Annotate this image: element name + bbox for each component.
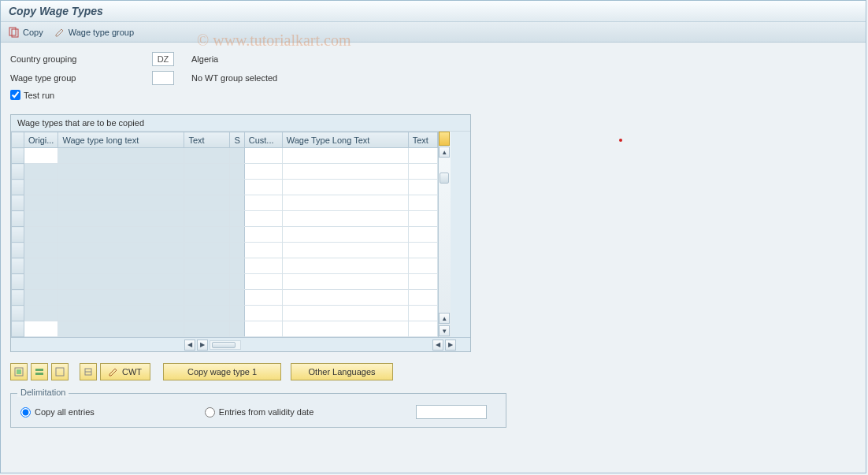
svg-rect-5 xyxy=(35,373,43,375)
col-wt-long-text-r[interactable]: Wage Type Long Text xyxy=(282,132,408,148)
hscroll-right-prev-icon[interactable]: ◀ xyxy=(432,340,443,351)
copy-all-entries-radio[interactable] xyxy=(20,407,31,417)
col-origi[interactable]: Origi... xyxy=(24,132,58,148)
table-row[interactable] xyxy=(12,321,438,337)
copy-button[interactable]: Copy xyxy=(9,27,43,38)
scroll-thumb[interactable] xyxy=(440,173,449,184)
table-row[interactable] xyxy=(12,274,438,290)
svg-rect-3 xyxy=(17,369,21,374)
table-config-icon[interactable] xyxy=(439,132,450,146)
scroll-down-icon[interactable]: ▲ xyxy=(439,313,450,324)
test-run-label: Test run xyxy=(24,91,54,100)
table-row[interactable] xyxy=(12,195,438,211)
wage-types-table[interactable]: Origi... Wage type long text Text S Cust… xyxy=(11,132,438,337)
table-row[interactable] xyxy=(12,227,438,243)
col-wt-long-text-l[interactable]: Wage type long text xyxy=(58,132,184,148)
country-grouping-name: Algeria xyxy=(191,54,218,64)
col-text-l[interactable]: Text xyxy=(184,132,230,148)
delimitation-legend: Delimitation xyxy=(17,388,69,397)
scroll-up-icon[interactable]: ▲ xyxy=(439,147,450,158)
cwt-label: CWT xyxy=(122,367,142,377)
hscroll-left-prev-icon[interactable]: ◀ xyxy=(184,340,195,351)
country-grouping-label: Country grouping xyxy=(10,54,152,64)
other-languages-button[interactable]: Other Languages xyxy=(291,363,393,380)
copy-wage-type-1-button[interactable]: Copy wage type 1 xyxy=(163,363,281,380)
hscroll-right-next-icon[interactable]: ▶ xyxy=(445,340,456,351)
table-row[interactable] xyxy=(12,258,438,274)
scroll-down2-icon[interactable]: ▼ xyxy=(439,325,450,336)
other-lang-label: Other Languages xyxy=(309,367,376,377)
vertical-scrollbar[interactable]: ▲ ▲ ▼ xyxy=(438,132,451,337)
action-button-row: CWT Copy wage type 1 Other Languages xyxy=(10,363,856,380)
table-row[interactable] xyxy=(12,211,438,227)
copy-all-entries-label: Copy all entries xyxy=(35,407,95,417)
wage-type-group-name: No WT group selected xyxy=(191,73,277,83)
cwt-button[interactable]: CWT xyxy=(100,363,150,380)
copy-label: Copy xyxy=(23,28,43,37)
copy-wt1-label: Copy wage type 1 xyxy=(187,367,257,377)
copy-icon xyxy=(9,27,20,38)
wage-type-group-label: Wage type group xyxy=(69,28,134,37)
svg-rect-4 xyxy=(35,369,43,371)
wage-type-group-button[interactable]: Wage type group xyxy=(54,27,134,38)
table-row[interactable] xyxy=(12,164,438,180)
pencil-icon xyxy=(54,27,65,38)
iconbtn-3[interactable] xyxy=(51,363,69,380)
test-run-checkbox[interactable] xyxy=(10,90,20,100)
wage-type-group-field-label: Wage type group xyxy=(10,73,152,83)
col-text-r[interactable]: Text xyxy=(408,132,437,148)
table-row[interactable] xyxy=(12,148,438,164)
delimitation-group: Delimitation Copy all entries Entries fr… xyxy=(10,393,506,428)
page-title: Copy Wage Types xyxy=(1,1,866,22)
hscroll-right[interactable]: ◀ ▶ xyxy=(432,338,456,351)
iconbtn-4[interactable] xyxy=(80,363,97,380)
entries-from-date-label: Entries from validity date xyxy=(219,407,313,417)
country-grouping-input[interactable] xyxy=(152,52,174,66)
svg-rect-6 xyxy=(56,368,64,376)
iconbtn-2[interactable] xyxy=(31,363,48,380)
pencil-icon xyxy=(109,367,118,377)
wage-type-group-input[interactable] xyxy=(152,71,174,85)
validity-date-input[interactable] xyxy=(416,405,487,419)
table-row[interactable] xyxy=(12,180,438,195)
table-row[interactable] xyxy=(12,290,438,306)
iconbtn-1[interactable] xyxy=(10,363,28,380)
marker-dot xyxy=(619,139,622,142)
hscroll-left-next-icon[interactable]: ▶ xyxy=(197,340,208,351)
toolbar: Copy Wage type group xyxy=(1,22,866,43)
entries-from-date-radio[interactable] xyxy=(205,407,215,417)
wage-types-table-frame: Wage types that are to be copied Origi..… xyxy=(10,114,471,352)
table-title: Wage types that are to be copied xyxy=(11,115,470,132)
col-s[interactable]: S xyxy=(230,132,244,148)
hscroll-left[interactable]: ◀ ▶ xyxy=(184,338,241,351)
table-row[interactable] xyxy=(12,306,438,321)
col-cust[interactable]: Cust... xyxy=(244,132,282,148)
table-row[interactable] xyxy=(12,243,438,258)
